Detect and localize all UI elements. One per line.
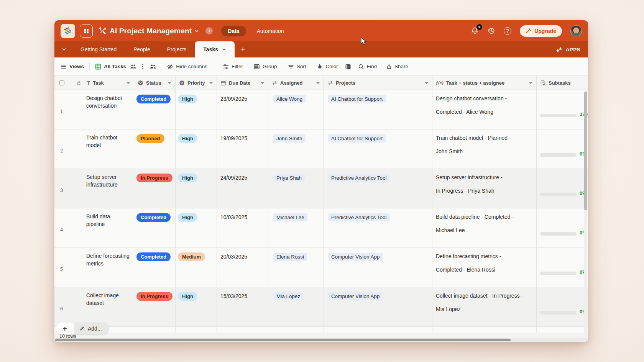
title-chevron-down-icon[interactable] (194, 28, 199, 34)
apps-button[interactable]: APPS (548, 41, 588, 57)
plus-icon[interactable]: + (56, 323, 74, 334)
priority-pill[interactable]: Medium (178, 252, 205, 261)
assigned-chip[interactable]: John Smith (273, 134, 306, 143)
add-row-label-segment[interactable]: Add... (74, 323, 109, 334)
project-chip[interactable]: AI Chatbot for Support (328, 95, 386, 103)
column-header-projects[interactable]: Projects (324, 76, 432, 90)
task-cell-text[interactable]: Define forecasting metrics (86, 252, 130, 267)
column-caret-icon[interactable] (209, 81, 213, 85)
column-header-assigned[interactable]: Assigned (268, 76, 324, 90)
workspace-grid-button[interactable] (80, 25, 93, 38)
column-caret-icon[interactable] (260, 81, 264, 85)
automation-mode-tab[interactable]: Automation (257, 28, 284, 34)
collapse-chevron-icon[interactable] (59, 41, 69, 57)
assigned-chip[interactable]: Alice Wong (273, 95, 306, 103)
assigned-chip[interactable]: Elena Rossi (273, 253, 307, 261)
status-pill[interactable]: In Progress (136, 174, 172, 182)
status-pill[interactable]: Completed (136, 95, 171, 103)
status-pill[interactable]: Completed (136, 252, 171, 261)
current-view-button[interactable]: All Tasks (95, 64, 126, 70)
due-date[interactable]: 24/09/2025 (220, 175, 247, 181)
priority-pill[interactable]: High (178, 95, 197, 103)
notifications-button[interactable]: 9 (471, 27, 479, 35)
color-button[interactable]: Color (317, 64, 338, 70)
tab-people[interactable]: People (125, 41, 159, 57)
due-date[interactable]: 10/03/2025 (220, 214, 247, 220)
row-height-button[interactable] (345, 64, 351, 70)
share-button[interactable]: Share (385, 64, 408, 70)
column-caret-icon[interactable] (316, 81, 320, 85)
project-chip[interactable]: Computer Vision App (328, 253, 383, 261)
data-mode-tab[interactable]: Data (221, 26, 246, 36)
upgrade-button[interactable]: Upgrade (520, 25, 562, 37)
base-title[interactable]: AI Project Management (110, 27, 192, 35)
user-avatar[interactable] (570, 25, 582, 37)
select-all-checkbox[interactable] (59, 80, 64, 85)
column-caret-icon[interactable] (126, 81, 130, 85)
search-icon (358, 64, 364, 70)
sort-button[interactable]: Sort (288, 64, 306, 70)
due-date[interactable]: 15/03/2025 (220, 293, 247, 299)
project-chip[interactable]: Predictive Analytics Tool (328, 174, 390, 182)
table-row[interactable]: 5 Define forecasting metrics Completed M… (54, 248, 588, 287)
views-button[interactable]: Views (61, 64, 84, 70)
status-pill[interactable]: Completed (136, 213, 171, 222)
task-cell-text[interactable]: Train chatbot model (86, 134, 130, 149)
task-cell-text[interactable]: Collect image dataset (86, 292, 130, 307)
find-button[interactable]: Find (358, 64, 377, 70)
horizontal-scrollbar[interactable] (54, 338, 588, 342)
stackby-logo[interactable] (61, 24, 75, 38)
link-arrows-icon (327, 80, 333, 85)
table-row[interactable]: 6 Collect image dataset In Progress High… (54, 287, 588, 327)
column-header-task[interactable]: T Task (54, 76, 134, 90)
table-row[interactable]: 4 Build data pipeline Completed High 10/… (54, 208, 588, 248)
hide-columns-button[interactable]: Hide columns (167, 64, 207, 70)
add-sheet-button[interactable]: + (235, 41, 251, 57)
share-view-users-button[interactable] (150, 64, 156, 69)
column-header-status[interactable]: Status (134, 76, 176, 90)
assigned-chip[interactable]: Priya Shah (273, 174, 305, 182)
assigned-chip[interactable]: Mia Lopez (273, 292, 303, 300)
due-date[interactable]: 19/09/2025 (220, 135, 247, 141)
tab-projects[interactable]: Projects (159, 41, 195, 57)
task-cell-text[interactable]: Setup server infrastructure (86, 173, 130, 188)
view-options-button[interactable]: ⋮ (140, 63, 146, 70)
history-button[interactable] (487, 27, 495, 35)
priority-pill[interactable]: High (178, 292, 197, 301)
task-cell-text[interactable]: Design chatbot conversation (86, 94, 130, 110)
view-collaborators-button[interactable] (130, 64, 136, 69)
column-caret-icon[interactable] (168, 81, 172, 85)
column-header-formula[interactable]: ƒ(x) Task + status + assignee (432, 76, 537, 90)
assigned-chip[interactable]: Michael Lee (273, 213, 307, 221)
subtask-progress-bar (540, 114, 577, 117)
priority-pill[interactable]: High (178, 174, 197, 182)
column-header-due-date[interactable]: Due Date (217, 76, 268, 90)
help-button[interactable]: ? (504, 27, 511, 35)
status-pill[interactable]: In Progress (136, 292, 172, 301)
vertical-scrollbar[interactable] (584, 91, 587, 335)
table-row[interactable]: 2 Train chatbot model Planned High 19/09… (54, 129, 588, 169)
due-date[interactable]: 23/09/2025 (220, 96, 247, 102)
info-icon[interactable]: i (205, 27, 213, 34)
project-chip[interactable]: AI Chatbot for Support (328, 134, 386, 143)
column-caret-icon[interactable] (424, 81, 429, 85)
table-row[interactable]: 1 Design chatbot conversation Completed … (54, 90, 588, 129)
vertical-scrollbar-thumb[interactable] (584, 92, 587, 210)
tab-tasks[interactable]: Tasks (195, 41, 235, 57)
priority-pill[interactable]: High (178, 134, 197, 143)
project-chip[interactable]: Predictive Analytics Tool (328, 213, 390, 221)
group-button[interactable]: Group (254, 64, 277, 70)
column-header-subtasks[interactable]: Subtasks (537, 76, 588, 90)
column-caret-icon[interactable] (529, 81, 533, 85)
status-pill[interactable]: Planned (136, 134, 164, 143)
add-row-button[interactable]: + Add... (56, 323, 109, 334)
filter-button[interactable]: Filter (223, 64, 243, 70)
table-row[interactable]: 3 Setup server infrastructure In Progres… (54, 169, 588, 208)
column-header-priority[interactable]: Priority (176, 76, 217, 90)
priority-pill[interactable]: High (178, 213, 197, 222)
tab-getting-started[interactable]: Getting Started (72, 41, 125, 57)
task-cell-text[interactable]: Build data pipeline (86, 213, 130, 228)
project-chip[interactable]: Computer Vision App (328, 292, 383, 300)
due-date[interactable]: 20/03/2025 (220, 254, 247, 260)
horizontal-scrollbar-thumb[interactable] (55, 339, 511, 341)
